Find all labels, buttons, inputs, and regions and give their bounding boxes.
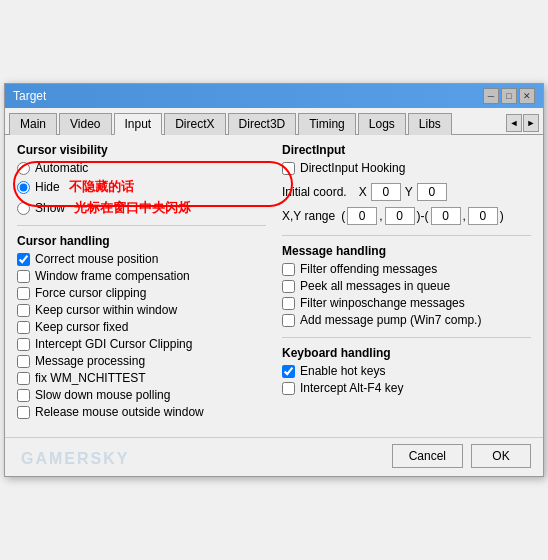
tab-video[interactable]: Video [59,113,111,135]
cursor-visibility-group: Automatic Hide 不隐藏的话 Show 光标在窗口中央闪烁 [17,161,266,217]
cb-intercept-alt-f4[interactable]: Intercept Alt-F4 key [282,381,531,395]
cb-fix-wm-nchittest[interactable]: fix WM_NCHITTEST [17,371,266,385]
radio-hide[interactable]: Hide 不隐藏的话 [17,178,266,196]
radio-show[interactable]: Show 光标在窗口中央闪烁 [17,199,266,217]
range-val3[interactable] [431,207,461,225]
keyboard-handling-section: Keyboard handling Enable hot keys Interc… [282,346,531,395]
cb-release-mouse-outside[interactable]: Release mouse outside window [17,405,266,419]
cb-directinput-hooking[interactable]: DirectInput Hooking [282,161,531,175]
tab-prev-button[interactable]: ◄ [506,114,522,132]
tab-timing[interactable]: Timing [298,113,356,135]
window-title: Target [13,89,46,103]
initial-coord-x[interactable] [371,183,401,201]
tab-main[interactable]: Main [9,113,57,135]
cb-correct-mouse-pos[interactable]: Correct mouse position [17,252,266,266]
message-handling-label: Message handling [282,244,531,258]
cb-filter-offending[interactable]: Filter offending messages [282,262,531,276]
tab-logs[interactable]: Logs [358,113,406,135]
cb-slow-down-mouse[interactable]: Slow down mouse polling [17,388,266,402]
cb-keep-cursor-within[interactable]: Keep cursor within window [17,303,266,317]
cb-force-cursor-clipping[interactable]: Force cursor clipping [17,286,266,300]
initial-coord-section: Initial coord. X Y [282,183,531,201]
maximize-button[interactable]: □ [501,88,517,104]
initial-coord-y[interactable] [417,183,447,201]
cb-intercept-gdi[interactable]: Intercept GDI Cursor Clipping [17,337,266,351]
cursor-visibility-label: Cursor visibility [17,143,266,157]
annotation-text-line1: 不隐藏的话 [69,178,134,196]
keyboard-handling-label: Keyboard handling [282,346,531,360]
cursor-handling-section: Cursor handling Correct mouse position W… [17,234,266,419]
range-val4[interactable] [468,207,498,225]
title-bar: Target ─ □ ✕ [5,84,543,108]
tab-nav-arrows: ◄ ► [506,112,539,134]
message-handling-section: Message handling Filter offending messag… [282,244,531,327]
radio-automatic[interactable]: Automatic [17,161,266,175]
range-val1[interactable] [347,207,377,225]
cb-filter-winposchange[interactable]: Filter winposchange messages [282,296,531,310]
bottom-buttons: GAMERSKY Cancel OK [5,437,543,476]
cursor-handling-items: Correct mouse position Window frame comp… [17,252,266,419]
directinput-section: DirectInput DirectInput Hooking [282,143,531,175]
cb-window-frame-comp[interactable]: Window frame compensation [17,269,266,283]
tab-bar: Main Video Input DirectX Direct3D Timing… [5,108,543,135]
tab-next-button[interactable]: ► [523,114,539,132]
close-button[interactable]: ✕ [519,88,535,104]
initial-coord-label: Initial coord. [282,185,347,199]
tab-directx[interactable]: DirectX [164,113,225,135]
tab-libs[interactable]: Libs [408,113,452,135]
cb-keep-cursor-fixed[interactable]: Keep cursor fixed [17,320,266,334]
annotation-text-line2: 光标在窗口中央闪烁 [74,199,191,217]
cb-enable-hot-keys[interactable]: Enable hot keys [282,364,531,378]
xy-range-label: X,Y range [282,209,335,223]
cb-peek-all-messages[interactable]: Peek all messages in queue [282,279,531,293]
cb-message-processing[interactable]: Message processing [17,354,266,368]
cursor-handling-label: Cursor handling [17,234,266,248]
tab-input[interactable]: Input [114,113,163,135]
ok-button[interactable]: OK [471,444,531,468]
watermark: GAMERSKY [21,450,129,468]
title-bar-buttons: ─ □ ✕ [483,88,535,104]
x-label: X [359,185,367,199]
xy-range-section: X,Y range ( , )-( , ) [282,207,531,225]
cancel-button[interactable]: Cancel [392,444,463,468]
cb-add-message-pump[interactable]: Add message pump (Win7 comp.) [282,313,531,327]
minimize-button[interactable]: ─ [483,88,499,104]
directinput-label: DirectInput [282,143,531,157]
range-val2[interactable] [385,207,415,225]
y-label: Y [405,185,413,199]
tab-direct3d[interactable]: Direct3D [228,113,297,135]
